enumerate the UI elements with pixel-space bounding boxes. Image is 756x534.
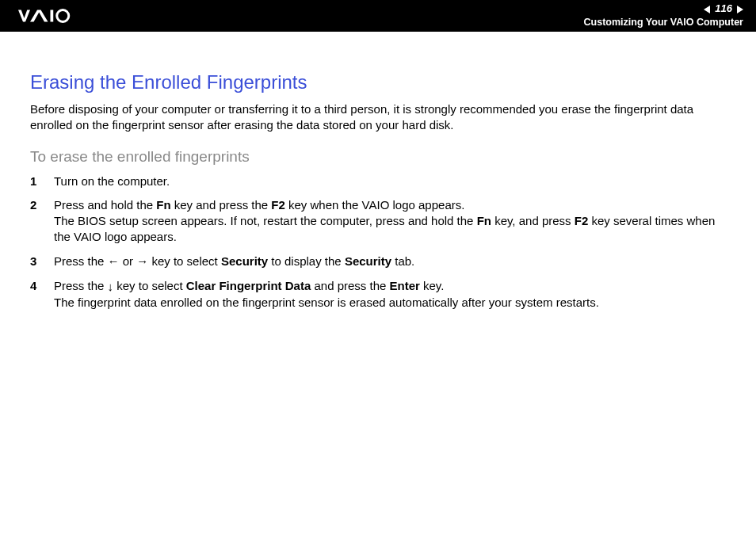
page-nav: 116 <box>584 2 743 16</box>
vaio-logo <box>16 9 92 23</box>
step-number: 1 <box>30 174 40 189</box>
step-3: 3 Press the ← or → key to select Securit… <box>30 254 726 270</box>
page-title: Erasing the Enrolled Fingerprints <box>30 71 726 93</box>
step-number: 2 <box>30 197 40 246</box>
step-body: Press and hold the Fn key and press the … <box>54 197 726 246</box>
arrow-right-icon: → <box>136 254 148 269</box>
step-number: 4 <box>30 278 40 311</box>
intro-paragraph: Before disposing of your computer or tra… <box>30 101 726 134</box>
section-breadcrumb: Customizing Your VAIO Computer <box>584 16 743 29</box>
header-right: 116 Customizing Your VAIO Computer <box>584 2 743 29</box>
page-number: 116 <box>715 2 732 16</box>
procedure-steps: 1 Turn on the computer. 2 Press and hold… <box>30 174 726 311</box>
page-header: 116 Customizing Your VAIO Computer <box>0 0 756 32</box>
next-page-icon[interactable] <box>737 6 743 13</box>
prev-page-icon[interactable] <box>704 6 710 13</box>
step-2: 2 Press and hold the Fn key and press th… <box>30 197 726 246</box>
step-number: 3 <box>30 254 40 270</box>
procedure-heading: To erase the enrolled fingerprints <box>30 148 726 166</box>
step-body: Press the ↓ key to select Clear Fingerpr… <box>54 278 726 311</box>
svg-rect-0 <box>51 10 54 22</box>
step-4: 4 Press the ↓ key to select Clear Finger… <box>30 278 726 311</box>
arrow-down-icon: ↓ <box>108 279 114 295</box>
step-body: Turn on the computer. <box>54 174 726 189</box>
step-body: Press the ← or → key to select Security … <box>54 254 726 270</box>
arrow-left-icon: ← <box>108 254 120 269</box>
step-1: 1 Turn on the computer. <box>30 174 726 189</box>
page-content: Erasing the Enrolled Fingerprints Before… <box>0 32 756 311</box>
svg-point-1 <box>57 10 69 22</box>
